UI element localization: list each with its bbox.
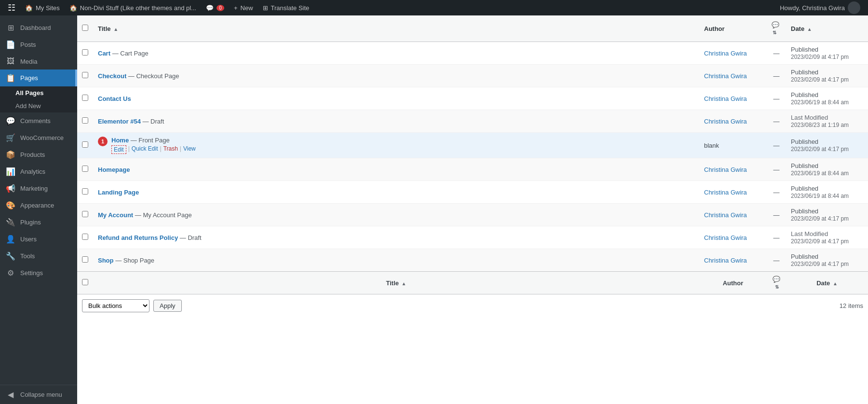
table-footer-row: Title ▲ Author 💬 ⇅ Date ▲ [77, 272, 868, 294]
row-checkbox[interactable] [82, 141, 88, 148]
author-link[interactable]: Christina Gwira [704, 189, 747, 196]
footer-comments[interactable]: 💬 ⇅ [767, 272, 786, 294]
row-checkbox[interactable] [82, 117, 88, 124]
author-link[interactable]: Christina Gwira [704, 50, 747, 57]
page-title-link[interactable]: Shop [98, 257, 114, 264]
author-link[interactable]: Christina Gwira [704, 211, 747, 219]
status-text: Published [791, 91, 818, 98]
translate-label: Translate Site [271, 4, 310, 12]
user-menu[interactable]: Howdy, Christina Gwira [776, 0, 864, 15]
author-link[interactable]: Christina Gwira [704, 166, 747, 173]
row-checkbox[interactable] [82, 72, 88, 78]
sidebar-item-marketing[interactable]: 📢 Marketing [0, 180, 77, 197]
sidebar-item-comments[interactable]: 💬 Comments [0, 112, 77, 129]
sidebar-item-appearance[interactable]: 🎨 Appearance [0, 197, 77, 214]
sidebar-item-plugins[interactable]: 🔌 Plugins [0, 214, 77, 231]
avatar [848, 1, 860, 14]
footer-date[interactable]: Date ▲ [786, 272, 868, 294]
sidebar-item-label: Posts [20, 41, 36, 48]
separator: | [180, 145, 181, 154]
posts-icon: 📄 [6, 40, 15, 49]
comments-menu[interactable]: 💬 0 [202, 0, 228, 15]
table-row: Landing Page Christina Gwira — Published… [77, 181, 868, 204]
status-text: Published [791, 162, 818, 169]
page-title-link[interactable]: Checkout [98, 72, 126, 80]
sidebar-sub-all-pages[interactable]: All Pages [15, 86, 77, 99]
footer-title[interactable]: Title ▲ [93, 272, 699, 294]
row-title-cell: Landing Page [93, 181, 699, 204]
footer-select-all[interactable] [82, 279, 88, 285]
page-title-link[interactable]: Refund and Returns Policy [98, 234, 178, 241]
sidebar-sub-add-new[interactable]: Add New [15, 99, 77, 112]
tools-icon: 🔧 [6, 251, 15, 261]
sidebar-item-analytics[interactable]: 📊 Analytics [0, 163, 77, 180]
new-menu[interactable]: + New [230, 0, 257, 15]
media-icon: 🖼 [6, 57, 15, 66]
row-checkbox[interactable] [82, 95, 88, 101]
page-title-link[interactable]: Homepage [98, 166, 130, 173]
row-checkbox[interactable] [82, 166, 88, 172]
quick-edit-link[interactable]: Quick Edit [132, 145, 158, 154]
em-dash: — [773, 211, 780, 219]
table-row: 1 Home — Front Page Edit | [77, 133, 868, 158]
sidebar-item-media[interactable]: 🖼 Media [0, 53, 77, 70]
apply-button[interactable]: Apply [153, 300, 182, 312]
row-checkbox[interactable] [82, 188, 88, 195]
status-text: Published [791, 69, 818, 76]
view-link[interactable]: View [183, 145, 196, 154]
sidebar-item-posts[interactable]: 📄 Posts [0, 36, 77, 53]
author-link[interactable]: Christina Gwira [704, 234, 747, 241]
page-subtitle: — Front Page [131, 137, 170, 144]
trash-link[interactable]: Trash [163, 145, 178, 154]
sidebar-item-users[interactable]: 👤 Users [0, 231, 77, 248]
bulk-actions-select[interactable]: Bulk actions [82, 299, 149, 312]
site-name-menu[interactable]: 🏠 Non-Divi Stuff (Like other themes and … [66, 0, 200, 15]
row-checkbox[interactable] [82, 211, 88, 217]
sidebar-item-label: Media [20, 58, 37, 65]
author-link[interactable]: Christina Gwira [704, 72, 747, 80]
page-title-link[interactable]: Elementor #54 [98, 118, 141, 125]
collapse-label: Collapse menu [20, 391, 62, 398]
footer-sort-icon: ▲ [402, 281, 407, 286]
row-checkbox[interactable] [82, 234, 88, 240]
row-title-cell: Checkout — Checkout Page [93, 65, 699, 87]
page-title-link[interactable]: My Account [98, 211, 133, 219]
table-row: My Account — My Account Page Christina G… [77, 204, 868, 226]
translate-icon: ⊞ [263, 4, 268, 12]
edit-link[interactable]: Edit [114, 146, 124, 153]
footer-checkbox [77, 272, 93, 294]
page-title-link[interactable]: Home [111, 137, 129, 144]
site-home-icon: 🏠 [69, 4, 77, 12]
row-checkbox[interactable] [82, 49, 88, 56]
sidebar-item-settings[interactable]: ⚙ Settings [0, 265, 77, 281]
collapse-menu[interactable]: ◀ Collapse menu [0, 385, 77, 404]
header-comments[interactable]: 💬 ⇅ [767, 15, 786, 42]
sidebar-item-woocommerce[interactable]: 🛒 WooCommerce [0, 129, 77, 146]
select-all-checkbox[interactable] [82, 25, 88, 31]
author-link[interactable]: Christina Gwira [704, 95, 747, 102]
date-value: 2023/02/09 at 4:17 pm [791, 238, 849, 245]
date-value: 2023/06/19 at 8:44 am [791, 170, 849, 177]
comment-icon: 💬 [206, 4, 214, 12]
sidebar-item-products[interactable]: 📦 Products [0, 146, 77, 163]
page-title-link[interactable]: Landing Page [98, 189, 139, 196]
date-value: 2023/02/09 at 4:17 pm [791, 76, 849, 83]
page-title-link[interactable]: Contact Us [98, 95, 131, 102]
author-link[interactable]: Christina Gwira [704, 118, 747, 125]
sidebar-item-pages[interactable]: 📋 Pages [0, 70, 77, 86]
wp-logo[interactable]: ☷ [4, 0, 19, 15]
translate-site-menu[interactable]: ⊞ Translate Site [259, 0, 313, 15]
header-title[interactable]: Title ▲ [93, 15, 699, 42]
header-date[interactable]: Date ▲ [786, 15, 868, 42]
my-sites-menu[interactable]: 🏠 My Sites [21, 0, 64, 15]
date-value: 2023/02/09 at 4:17 pm [791, 215, 849, 222]
sidebar-item-tools[interactable]: 🔧 Tools [0, 248, 77, 265]
comment-count: 0 [217, 5, 224, 11]
sidebar: ⊞ Dashboard 📄 Posts 🖼 Media 📋 Pages All … [0, 15, 77, 404]
page-title-link[interactable]: Cart [98, 50, 110, 57]
author-link[interactable]: Christina Gwira [704, 257, 747, 264]
table-row: Homepage Christina Gwira — Published 202… [77, 158, 868, 181]
row-checkbox[interactable] [82, 256, 88, 263]
sidebar-item-label: WooCommerce [20, 134, 64, 141]
sidebar-item-dashboard[interactable]: ⊞ Dashboard [0, 19, 77, 36]
